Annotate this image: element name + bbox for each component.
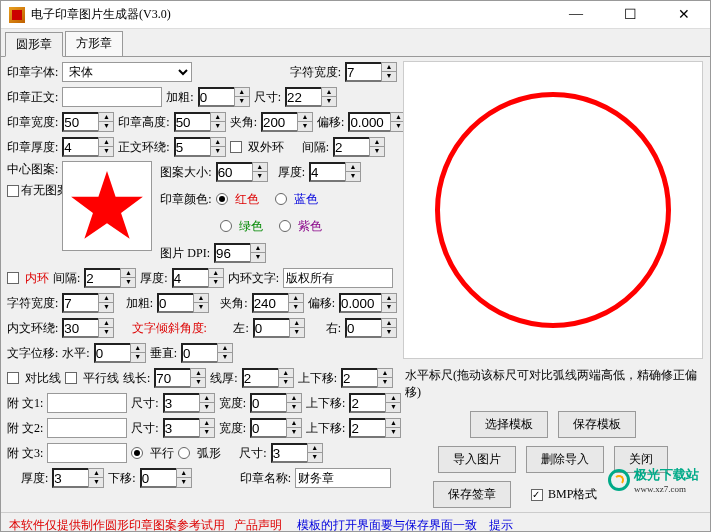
- picsize-label: 图案大小:: [160, 164, 211, 181]
- gap-input[interactable]: [333, 137, 369, 157]
- color-red-radio[interactable]: [216, 193, 228, 205]
- offset2-input[interactable]: [339, 293, 381, 313]
- body-label: 印章正文:: [7, 89, 58, 106]
- thick-input[interactable]: [62, 137, 98, 157]
- font-select[interactable]: 宋体: [62, 62, 192, 82]
- inner-label: 内环: [25, 270, 49, 287]
- tab-square[interactable]: 方形章: [65, 31, 123, 56]
- pos-v-input[interactable]: [181, 343, 217, 363]
- linelen-input[interactable]: [154, 368, 190, 388]
- charw2-input[interactable]: [62, 293, 98, 313]
- bold-input[interactable]: [198, 87, 234, 107]
- bold2-input[interactable]: [157, 293, 193, 313]
- bmp-checkbox[interactable]: [531, 489, 543, 501]
- att1-size[interactable]: [163, 393, 199, 413]
- att3-size[interactable]: [271, 443, 307, 463]
- app-icon: [9, 7, 25, 23]
- import-image-button[interactable]: 导入图片: [438, 446, 516, 473]
- footer: 本软件仅提供制作圆形印章图案参考试用 产品声明 模板的打开界面要与保存界面一致 …: [1, 512, 710, 532]
- circle-icon: [435, 92, 671, 328]
- angle2-input[interactable]: [252, 293, 288, 313]
- center-pattern-preview: [62, 161, 152, 251]
- dpi-label: 图片 DPI:: [160, 245, 210, 262]
- sealh-input[interactable]: [174, 112, 210, 132]
- angle-input[interactable]: [261, 112, 297, 132]
- save-signature-button[interactable]: 保存签章: [433, 481, 511, 508]
- color-blue-radio[interactable]: [275, 193, 287, 205]
- seal-preview: [403, 61, 703, 359]
- center-label: 中心图案:: [7, 161, 58, 178]
- logo-icon: [608, 469, 630, 491]
- parallel-checkbox[interactable]: [65, 372, 77, 384]
- inner-thick-input[interactable]: [172, 268, 208, 288]
- watermark-logo: 极光下载站 www.xz7.com: [608, 466, 699, 494]
- offset-input[interactable]: [348, 112, 390, 132]
- color-label: 印章颜色:: [160, 191, 211, 208]
- lineup-input[interactable]: [341, 368, 377, 388]
- tilt-label: 文字倾斜角度:: [132, 320, 207, 337]
- att1-input[interactable]: [47, 393, 127, 413]
- att1-ud[interactable]: [349, 393, 385, 413]
- save-template-button[interactable]: 保存模板: [558, 411, 636, 438]
- linet-input[interactable]: [242, 368, 278, 388]
- angle-label: 夹角:: [230, 114, 257, 131]
- double-label: 双外环: [248, 139, 284, 156]
- inner-gap-input[interactable]: [84, 268, 120, 288]
- offset-label: 偏移:: [317, 114, 344, 131]
- ruler-hint: 水平标尺(拖动该标尺可对比弧线两端高低，精确修正偏移): [403, 365, 703, 403]
- gap-label: 间隔:: [302, 139, 329, 156]
- pos-h-input[interactable]: [94, 343, 130, 363]
- select-template-button[interactable]: 选择模板: [470, 411, 548, 438]
- charw-input[interactable]: [345, 62, 381, 82]
- sealh-label: 印章高度:: [118, 114, 169, 131]
- minimize-button[interactable]: —: [558, 6, 594, 23]
- spinner-icon[interactable]: ▲▼: [381, 62, 397, 82]
- star-icon: [68, 167, 146, 245]
- tab-circle[interactable]: 圆形章: [5, 32, 63, 57]
- tabs: 圆形章 方形章: [1, 29, 710, 56]
- body-input[interactable]: [62, 87, 162, 107]
- window-title: 电子印章图片生成器(V3.0): [31, 6, 558, 23]
- wrap-input[interactable]: [174, 137, 210, 157]
- font-label: 印章字体:: [7, 64, 58, 81]
- sealw-label: 印章宽度:: [7, 114, 58, 131]
- att3-input[interactable]: [47, 443, 127, 463]
- att3-arc-radio[interactable]: [178, 447, 190, 459]
- bold-label: 加粗:: [166, 89, 193, 106]
- inner-ring-checkbox[interactable]: [7, 272, 19, 284]
- titlebar: 电子印章图片生成器(V3.0) — ☐ ✕: [1, 1, 710, 29]
- att2-w[interactable]: [250, 418, 286, 438]
- thick2-label: 厚度:: [278, 164, 305, 181]
- thick-label: 印章厚度:: [7, 139, 58, 156]
- sealname-input[interactable]: [295, 468, 391, 488]
- att2-size[interactable]: [163, 418, 199, 438]
- att1-w[interactable]: [250, 393, 286, 413]
- r-thick-input[interactable]: [52, 468, 88, 488]
- double-ring-checkbox[interactable]: [230, 141, 242, 153]
- tilt-right-input[interactable]: [345, 318, 381, 338]
- thick2-input[interactable]: [309, 162, 345, 182]
- sealw-input[interactable]: [62, 112, 98, 132]
- tilt-left-input[interactable]: [253, 318, 289, 338]
- att2-ud[interactable]: [349, 418, 385, 438]
- dpi-input[interactable]: [214, 243, 250, 263]
- nopic-label: 有无图案: [21, 182, 51, 199]
- att3-parallel-radio[interactable]: [131, 447, 143, 459]
- contrast-checkbox[interactable]: [7, 372, 19, 384]
- size-input[interactable]: [285, 87, 321, 107]
- wrap2-input[interactable]: [62, 318, 98, 338]
- wrap-label: 正文环绕:: [118, 139, 169, 156]
- color-purple-radio[interactable]: [279, 220, 291, 232]
- inner-text-input[interactable]: [283, 268, 393, 288]
- svg-marker-0: [71, 171, 143, 239]
- size-label: 尺寸:: [254, 89, 281, 106]
- r-down-input[interactable]: [140, 468, 176, 488]
- charw-label: 字符宽度:: [290, 64, 341, 81]
- maximize-button[interactable]: ☐: [612, 6, 648, 23]
- color-green-radio[interactable]: [220, 220, 232, 232]
- delete-import-button[interactable]: 删除导入: [526, 446, 604, 473]
- att2-input[interactable]: [47, 418, 127, 438]
- close-button[interactable]: ✕: [666, 6, 702, 23]
- picsize-input[interactable]: [216, 162, 252, 182]
- nopic-checkbox[interactable]: [7, 185, 19, 197]
